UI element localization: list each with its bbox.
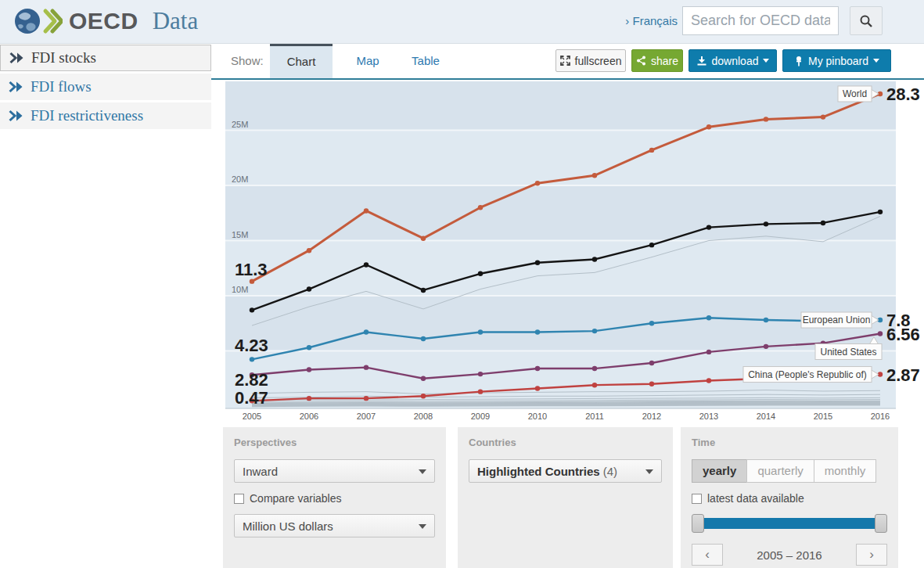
data-point[interactable]	[706, 378, 711, 383]
data-point[interactable]	[764, 344, 768, 349]
slider-handle-left[interactable]	[692, 514, 704, 533]
sidebar-item-fdi-stocks[interactable]: FDI stocks	[0, 45, 211, 71]
chart-band	[225, 81, 896, 131]
data-point[interactable]	[307, 286, 311, 291]
countries-dropdown[interactable]: Highlighted Countries (4)	[469, 459, 662, 483]
x-axis-tick-label: 2013	[699, 412, 718, 421]
time-title: Time	[692, 437, 887, 448]
data-point[interactable]	[364, 396, 369, 401]
unit-value: Million US dollars	[243, 519, 333, 533]
data-point[interactable]	[364, 329, 369, 334]
data-point[interactable]	[649, 361, 654, 365]
perspective-value: Inward	[243, 465, 278, 478]
data-point[interactable]	[307, 396, 311, 401]
data-point[interactable]	[307, 367, 311, 372]
time-range-slider[interactable]	[692, 514, 887, 533]
frequency-yearly-button[interactable]: yearly	[692, 459, 747, 483]
data-point[interactable]	[649, 321, 654, 325]
data-point[interactable]	[592, 173, 597, 178]
data-point[interactable]	[592, 329, 597, 333]
data-point[interactable]	[764, 117, 768, 121]
unit-dropdown[interactable]: Million US dollars	[234, 514, 435, 537]
data-point[interactable]	[592, 257, 597, 261]
latest-data-row[interactable]: latest data available	[692, 492, 887, 505]
data-point[interactable]	[706, 350, 711, 354]
data-point[interactable]	[421, 376, 426, 381]
my-pinboard-button[interactable]: My pinboard	[782, 49, 891, 72]
data-point[interactable]	[764, 221, 768, 226]
data-point[interactable]	[649, 243, 654, 247]
data-point[interactable]	[649, 148, 654, 153]
language-link[interactable]: › Français	[625, 14, 678, 27]
data-point[interactable]	[250, 307, 254, 312]
share-button[interactable]: share	[631, 49, 683, 72]
data-point[interactable]	[535, 261, 540, 265]
tab-map[interactable]: Map	[344, 44, 391, 78]
compare-variables-row[interactable]: Compare variables	[234, 492, 435, 505]
data-point[interactable]	[535, 181, 540, 185]
data-point[interactable]	[364, 208, 369, 213]
perspectives-panel: Perspectives Inward Compare variables Mi…	[223, 427, 446, 568]
sidebar-item-fdi-flows[interactable]: FDI flows	[0, 74, 211, 100]
data-point[interactable]	[535, 366, 540, 371]
data-point[interactable]	[649, 382, 654, 386]
data-point[interactable]	[478, 329, 483, 334]
data-point[interactable]	[421, 288, 426, 293]
slider-track[interactable]	[693, 518, 886, 529]
prev-period-button[interactable]: ‹	[692, 544, 723, 566]
data-point[interactable]	[706, 225, 711, 229]
next-period-button[interactable]: ›	[856, 544, 887, 566]
data-point[interactable]	[706, 124, 711, 129]
data-point[interactable]	[250, 357, 254, 361]
data-point[interactable]	[421, 235, 426, 240]
tab-table[interactable]: Table	[401, 44, 451, 78]
series-name-tooltip[interactable]: European Union	[801, 312, 879, 328]
series-name-tooltip[interactable]: China (People's Republic of)	[743, 367, 879, 383]
data-point[interactable]	[878, 331, 883, 336]
fullscreen-button[interactable]: fullscreen	[555, 49, 626, 72]
data-point[interactable]	[478, 372, 483, 376]
compare-variables-checkbox[interactable]	[234, 494, 244, 504]
tab-chart[interactable]: Chart	[270, 44, 333, 78]
sidebar-item-label: FDI flows	[31, 78, 92, 95]
data-point[interactable]	[535, 329, 540, 334]
caret-down-icon	[873, 59, 879, 63]
search-button[interactable]	[850, 6, 883, 35]
download-icon	[696, 56, 707, 66]
svg-text:United States: United States	[820, 347, 876, 358]
x-axis-tick-label: 2009	[471, 412, 490, 421]
compare-variables-label: Compare variables	[250, 492, 342, 505]
frequency-monthly-button[interactable]: monthly	[814, 459, 877, 483]
chart-section: 10M15M20M25M2005200620072008200920102011…	[211, 78, 924, 427]
frequency-quarterly-button[interactable]: quarterly	[746, 459, 814, 483]
data-point[interactable]	[821, 114, 825, 119]
data-point[interactable]	[364, 262, 369, 267]
data-point[interactable]	[821, 221, 825, 225]
slider-handle-right[interactable]	[875, 514, 887, 533]
data-point[interactable]	[478, 389, 483, 394]
svg-text:European Union: European Union	[803, 315, 871, 325]
data-point[interactable]	[706, 315, 711, 320]
data-point[interactable]	[421, 336, 426, 341]
data-point[interactable]	[364, 365, 369, 369]
search-input[interactable]	[682, 6, 839, 35]
latest-data-checkbox[interactable]	[692, 494, 702, 504]
data-point[interactable]	[764, 318, 768, 322]
fdi-stocks-line-chart[interactable]: 10M15M20M25M2005200620072008200920102011…	[225, 81, 924, 426]
sidebar-item-fdi-restrictiveness[interactable]: FDI restrictiveness	[0, 102, 211, 129]
data-point[interactable]	[250, 279, 254, 283]
oecd-logo[interactable]: OECD Data	[14, 7, 198, 35]
data-point[interactable]	[307, 345, 311, 350]
download-button[interactable]: download	[689, 49, 777, 72]
x-axis-tick-label: 2007	[357, 412, 376, 421]
data-point[interactable]	[478, 205, 483, 210]
data-point[interactable]	[592, 383, 597, 387]
data-point[interactable]	[307, 248, 311, 253]
data-point[interactable]	[592, 366, 597, 371]
data-point[interactable]	[478, 271, 483, 276]
perspective-dropdown[interactable]: Inward	[234, 459, 435, 483]
end-value-label: 28.3	[886, 84, 920, 104]
data-point[interactable]	[535, 386, 540, 390]
data-point[interactable]	[878, 210, 883, 214]
data-point[interactable]	[421, 394, 426, 398]
